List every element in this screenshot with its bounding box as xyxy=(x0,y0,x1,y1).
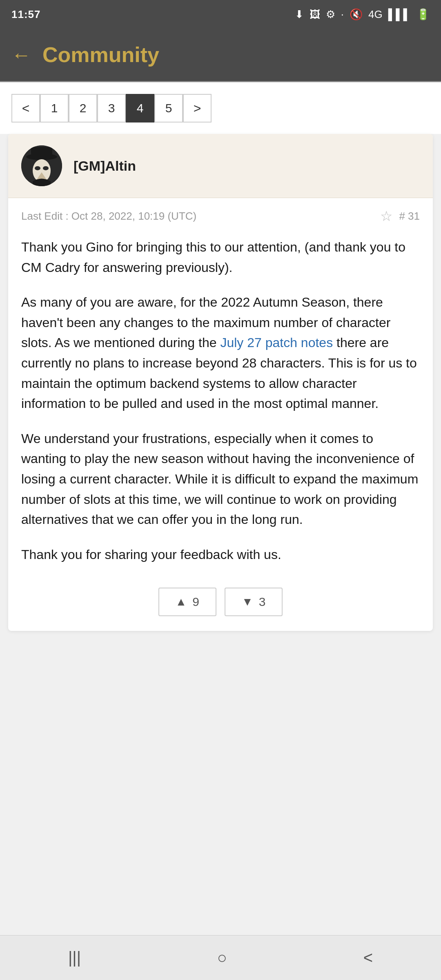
signal-4g: 4G xyxy=(368,8,383,21)
post-meta-right: ☆ # 31 xyxy=(380,208,420,224)
paragraph-2: As many of you are aware, for the 2022 A… xyxy=(21,292,420,414)
header: ← Community xyxy=(0,29,441,82)
paragraph-3: We understand your frustrations, especia… xyxy=(21,429,420,530)
download-icon: ⬇ xyxy=(295,8,304,21)
author-name: [GM]Altin xyxy=(74,158,136,174)
dot-icon: · xyxy=(341,8,344,21)
author-row: [GM]Altin xyxy=(8,134,433,198)
mute-icon: 🔇 xyxy=(350,8,363,21)
pagination-next[interactable]: > xyxy=(183,94,212,122)
status-time: 11:57 xyxy=(11,8,41,21)
page-content: < 1 2 3 4 5 > xyxy=(0,82,441,688)
avatar xyxy=(21,145,62,186)
post-number: # 31 xyxy=(399,210,420,223)
settings-icon: ⚙ xyxy=(326,8,335,21)
last-edit: Last Edit : Oct 28, 2022, 10:19 (UTC) xyxy=(21,210,196,223)
patch-notes-link[interactable]: July 27 patch notes xyxy=(220,335,333,350)
downvote-count: 3 xyxy=(259,595,266,609)
pagination-prev[interactable]: < xyxy=(11,94,40,122)
upvote-arrow-icon: ▲ xyxy=(176,595,187,608)
paragraph-4: Thank you for sharing your feedback with… xyxy=(21,545,420,565)
battery-icon: 🔋 xyxy=(416,8,430,21)
pagination-page-5[interactable]: 5 xyxy=(154,94,183,122)
post-card: [GM]Altin Last Edit : Oct 28, 2022, 10:1… xyxy=(8,134,433,631)
upvote-button[interactable]: ▲ 9 xyxy=(158,588,216,616)
pagination-page-3[interactable]: 3 xyxy=(97,94,126,122)
upvote-count: 9 xyxy=(192,595,199,609)
downvote-button[interactable]: ▼ 3 xyxy=(225,588,283,616)
pagination-page-4[interactable]: 4 xyxy=(126,94,154,122)
pagination-bar: < 1 2 3 4 5 > xyxy=(0,82,441,134)
status-bar: 11:57 ⬇ 🖼 ⚙ · 🔇 4G ▌▌▌ 🔋 xyxy=(0,0,441,29)
post-content: Thank you Gino for bringing this to our … xyxy=(8,231,433,576)
image-icon: 🖼 xyxy=(310,8,320,21)
pagination-page-1[interactable]: 1 xyxy=(40,94,69,122)
back-button[interactable]: ← xyxy=(11,44,31,66)
paragraph-1: Thank you Gino for bringing this to our … xyxy=(21,237,420,278)
page-title: Community xyxy=(42,42,159,67)
svg-point-4 xyxy=(35,166,40,170)
vote-row: ▲ 9 ▼ 3 xyxy=(8,576,433,631)
svg-point-5 xyxy=(43,166,49,170)
downvote-arrow-icon: ▼ xyxy=(242,595,253,608)
post-meta: Last Edit : Oct 28, 2022, 10:19 (UTC) ☆ … xyxy=(8,198,433,231)
signal-bars: ▌▌▌ xyxy=(388,8,411,21)
star-icon[interactable]: ☆ xyxy=(380,208,392,224)
status-icons: ⬇ 🖼 ⚙ · 🔇 4G ▌▌▌ 🔋 xyxy=(295,8,430,21)
svg-rect-2 xyxy=(31,147,52,158)
pagination-page-2[interactable]: 2 xyxy=(69,94,97,122)
